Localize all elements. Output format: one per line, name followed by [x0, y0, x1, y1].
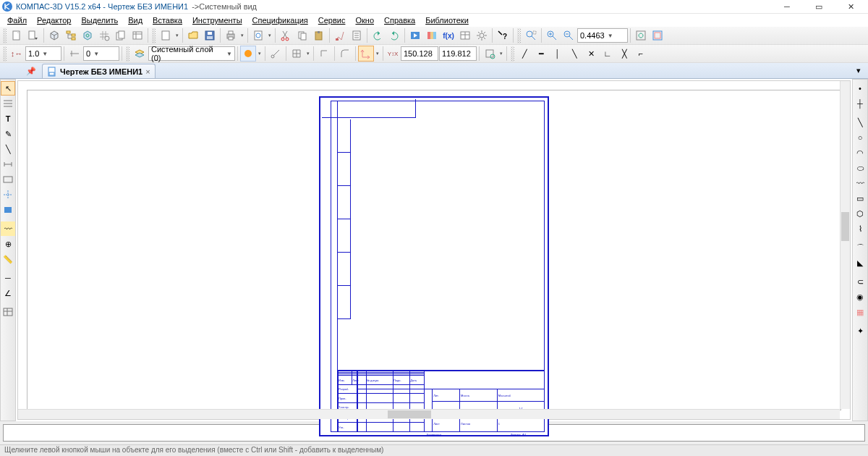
maximize-button[interactable]: ▭ [803, 1, 835, 13]
step-input[interactable]: 1.0▼ [25, 46, 61, 61]
ellipse-tool-icon[interactable]: ⬭ [853, 161, 867, 175]
menu-window[interactable]: Окно [351, 15, 378, 25]
var-table-icon[interactable] [129, 28, 145, 43]
line-tool-icon[interactable]: ╲ [1, 142, 15, 156]
select-tool-icon[interactable]: ↖ [1, 81, 15, 96]
zoom-out-icon[interactable] [561, 28, 576, 43]
open-icon[interactable] [185, 28, 201, 43]
tab-dropdown-icon[interactable]: ▾ [851, 62, 867, 78]
line-style-1-icon[interactable]: ╱ [516, 46, 532, 62]
rect-tool-icon[interactable] [1, 203, 15, 217]
cube-icon[interactable] [46, 28, 62, 43]
ortho-icon[interactable] [316, 46, 332, 62]
tab-close-icon[interactable]: × [145, 67, 150, 76]
menu-tools[interactable]: Инструменты [188, 15, 247, 25]
circle-tool-icon[interactable]: ○ [853, 130, 867, 145]
refresh-cube-icon[interactable] [80, 28, 95, 43]
color-icon[interactable] [240, 46, 256, 62]
grip-icon[interactable] [126, 46, 129, 62]
line-style-8-icon[interactable]: ⌐ [633, 46, 649, 62]
cut-icon[interactable] [278, 28, 294, 43]
close-button[interactable]: ✕ [835, 1, 867, 13]
vertical-scrollbar[interactable] [840, 81, 850, 409]
print-icon[interactable] [223, 28, 239, 43]
menu-view[interactable]: Вид [124, 15, 147, 25]
rebuild-icon[interactable] [482, 46, 498, 62]
brush-icon[interactable] [332, 28, 348, 43]
save-icon[interactable] [202, 28, 218, 43]
zoom-in-icon[interactable] [544, 28, 560, 43]
line-style-5-icon[interactable]: ✕ [583, 46, 599, 62]
measure-tool-icon[interactable]: 📏 [1, 252, 15, 266]
dropdown-arrow-icon[interactable]: ▾ [257, 51, 263, 56]
snap-icon[interactable] [268, 46, 284, 62]
equidist-tool-icon[interactable]: ⊂ [853, 274, 867, 289]
update-views-icon[interactable] [633, 28, 649, 43]
layers-icon[interactable] [132, 46, 148, 62]
menu-editor[interactable]: Редактор [33, 15, 75, 25]
redo-icon[interactable] [386, 28, 402, 43]
axis-tool-icon[interactable] [1, 187, 15, 202]
grid-icon[interactable] [289, 46, 305, 62]
chamfer-tool-icon[interactable]: ◣ [853, 256, 867, 270]
dropdown-arrow-icon[interactable]: ▾ [305, 51, 311, 56]
doc-stack-icon[interactable] [113, 28, 129, 43]
line-style-7-icon[interactable]: ╳ [616, 46, 632, 62]
line-style-3-icon[interactable]: │ [550, 46, 566, 62]
dropdown-arrow-icon[interactable]: ▾ [174, 33, 180, 38]
fillet-tool-icon[interactable]: ⌒ [853, 240, 867, 255]
polygon-tool-icon[interactable]: ⬡ [853, 206, 867, 221]
grip-icon[interactable] [3, 28, 7, 43]
round-icon[interactable] [337, 46, 353, 62]
segment-tool-icon[interactable]: ─ [1, 271, 15, 285]
line-style-6-icon[interactable]: ∟ [600, 46, 616, 62]
grip-icon[interactable] [517, 28, 521, 43]
preview-icon[interactable] [250, 28, 266, 43]
snap-step-icon[interactable]: ↕↔ [9, 46, 25, 62]
hatch2-tool-icon[interactable]: ▦ [853, 305, 867, 319]
fx-icon[interactable]: f(x) [441, 28, 456, 43]
collect-tool-icon[interactable]: ◉ [853, 290, 867, 304]
coord-y-input[interactable]: 119.812 [439, 46, 477, 61]
rect2-tool-icon[interactable]: ▭ [853, 191, 867, 206]
run-icon[interactable] [407, 28, 423, 43]
line-style-2-icon[interactable]: ━ [533, 46, 549, 62]
line-style-4-icon[interactable]: ╲ [566, 46, 582, 62]
zoom-window-icon[interactable] [523, 28, 539, 43]
menu-file[interactable]: Файл [3, 15, 31, 25]
menu-insert[interactable]: Вставка [148, 15, 187, 25]
copy-icon[interactable] [294, 28, 310, 43]
undo-icon[interactable] [370, 28, 386, 43]
grid-setup-icon[interactable] [96, 28, 112, 43]
drawing-canvas[interactable]: Изм.Лист№ докум.Подп.Дата Разраб. Пров. … [17, 80, 851, 420]
horizontal-scrollbar[interactable] [18, 409, 840, 419]
pin-icon[interactable]: 📌 [23, 64, 39, 78]
angle-tool-icon[interactable]: ∠ [1, 286, 15, 300]
help-context-icon[interactable]: ? [495, 28, 511, 43]
minimize-button[interactable]: ─ [771, 1, 803, 13]
hatch-tool-icon[interactable]: 〰 [1, 221, 15, 236]
menu-libs[interactable]: Библиотеки [421, 15, 473, 25]
paste-icon[interactable] [311, 28, 327, 43]
dropdown-arrow-icon[interactable]: ▾ [498, 51, 504, 56]
table-obj-tool-icon[interactable] [1, 305, 15, 319]
autoline-tool-icon[interactable] [1, 96, 15, 111]
new-blank-icon[interactable] [158, 28, 174, 43]
grip-icon[interactable] [3, 46, 7, 62]
pen-tool-icon[interactable]: ✎ [1, 127, 15, 141]
properties-icon[interactable] [349, 28, 365, 43]
gear-icon[interactable] [474, 28, 490, 43]
menu-help[interactable]: Справка [380, 15, 420, 25]
zoom-value-input[interactable]: 0.4463▼ [577, 28, 628, 43]
offset-input[interactable]: 0▼ [83, 46, 119, 61]
text-tool-icon[interactable]: T [1, 111, 15, 126]
coord-x-input[interactable]: 150.128 [401, 46, 438, 61]
layer-select[interactable]: Системный слой (0)▼ [148, 46, 235, 61]
tree-icon[interactable] [63, 28, 79, 43]
grip-icon[interactable] [511, 46, 514, 62]
redraw-icon[interactable] [650, 28, 665, 43]
dropdown-arrow-icon[interactable]: ▾ [267, 33, 273, 38]
arc-tool-icon[interactable]: ◠ [853, 145, 867, 160]
local-cs-icon[interactable] [358, 46, 374, 62]
dropdown-arrow-icon[interactable]: ▾ [239, 33, 245, 38]
